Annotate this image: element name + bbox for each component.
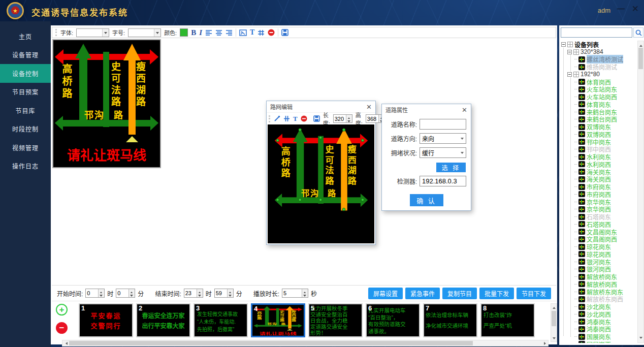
sidebar-item-operation-log[interactable]: 操作日志 (0, 157, 51, 176)
handle-dot[interactable] (276, 198, 279, 201)
tree-item[interactable]: 石塔岗西 (560, 220, 637, 228)
thumbnail-horizontal-scrollbar[interactable] (62, 340, 549, 346)
tree-item[interactable]: 国展岗东 (560, 333, 637, 340)
sidebar-item-home[interactable]: 主页 (0, 27, 51, 46)
handle-dot[interactable] (342, 128, 345, 131)
tree-item[interactable]: 双博岗西 (560, 131, 637, 138)
end-minute-input[interactable] (215, 289, 227, 297)
tree-item[interactable]: 海关岗西 (560, 176, 637, 183)
collapse-icon[interactable] (567, 72, 572, 77)
program-thumbnail-3[interactable]: 3 发生轻微交通事故 “人未伤，车能动. 先拍照，后撤离” (194, 303, 248, 337)
batch-send-button[interactable]: 批量下发 (479, 288, 514, 299)
tree-item[interactable]: 水利岗东 (560, 153, 637, 161)
congestion-select[interactable]: 缓行 (420, 147, 466, 158)
draw-line-icon[interactable] (274, 115, 280, 122)
property-dialog-titlebar[interactable]: 道路属性 ✕ (382, 104, 471, 115)
remove-program-button[interactable]: − (56, 322, 68, 334)
tree-item[interactable]: 维扬岗测试 (560, 63, 637, 71)
tree-group-192x80[interactable]: 192*80 (560, 71, 637, 78)
tree-item[interactable]: 国展岗西 (560, 340, 637, 343)
scrollbar-thumb[interactable] (638, 48, 643, 69)
end-minute-stepper[interactable] (214, 289, 234, 298)
tree-root[interactable]: 设备列表 (560, 41, 637, 48)
scrollbar-thumb[interactable] (552, 311, 556, 326)
road-network-icon[interactable] (257, 29, 265, 36)
spinner[interactable] (227, 289, 233, 297)
tree-item[interactable]: 文昌阁岗西 (560, 236, 637, 243)
save-icon[interactable] (281, 29, 288, 36)
scrollbar-thumb[interactable] (69, 341, 473, 345)
tree-item[interactable]: 琼花岗西 (560, 250, 637, 258)
length-stepper[interactable] (333, 114, 352, 123)
tree-item[interactable]: 火车站岗西 (560, 93, 637, 101)
detector-input[interactable] (420, 176, 466, 186)
tree-item[interactable]: 解放桥东岗东 (560, 288, 637, 296)
tree-item[interactable]: 石塔岗东 (560, 213, 637, 220)
font-input[interactable] (77, 29, 102, 37)
handle-dot[interactable] (319, 198, 322, 201)
tree-item[interactable]: 解放桥岗东 (560, 273, 637, 280)
sidebar-item-schedule-control[interactable]: 时段控制 (0, 120, 51, 139)
end-hour-stepper[interactable] (184, 289, 203, 298)
sidebar-item-device-mgmt[interactable]: 设备管理 (0, 46, 51, 65)
size-select[interactable] (128, 28, 161, 37)
tree-group-320x384[interactable]: 320*384 (560, 48, 637, 56)
road-direction-select[interactable]: 来向 (420, 133, 466, 144)
duration-input[interactable] (282, 289, 302, 297)
insert-text-icon[interactable]: T (293, 115, 298, 123)
program-send-button[interactable]: 节目下发 (517, 288, 551, 299)
device-search-input[interactable] (561, 27, 632, 38)
chevron-down-icon[interactable] (102, 29, 109, 37)
size-input[interactable] (128, 29, 154, 37)
handle-dot[interactable] (299, 198, 302, 201)
handle-dot[interactable] (342, 208, 345, 211)
handle-dot[interactable] (299, 128, 302, 131)
insert-text-icon[interactable]: T (250, 28, 254, 37)
road-name-input[interactable] (420, 119, 466, 130)
confirm-button[interactable]: 确 认 (410, 194, 443, 206)
collapse-icon[interactable] (561, 42, 566, 47)
chevron-down-icon[interactable] (154, 29, 160, 37)
spinner[interactable] (128, 289, 135, 297)
program-thumbnail-1[interactable]: 1 平安春运 交警同行 (79, 303, 133, 337)
handle-dot[interactable] (361, 139, 364, 142)
tree-item[interactable]: 京华岗西 (560, 206, 637, 213)
emergency-event-button[interactable]: 紧急事件 (405, 288, 440, 299)
align-right-icon[interactable] (226, 29, 233, 36)
logged-in-user[interactable]: adm (598, 7, 610, 14)
collapse-icon[interactable] (567, 50, 572, 54)
tree-item[interactable]: 鸿泰岗西 (560, 326, 637, 333)
tree-item[interactable]: 解放桥岗西 (560, 280, 637, 288)
tree-item[interactable]: 来鹤台岗西 (560, 116, 637, 123)
tree-item[interactable]: 体育岗西 (560, 78, 637, 86)
led-display-preview[interactable]: 高桥路 史可法路 瘦西湖路 邗沟 路 请礼让斑马线 (52, 39, 161, 168)
tree-item[interactable]: 沙北岗东 (560, 303, 637, 310)
delete-icon[interactable] (301, 115, 307, 122)
start-minute-stepper[interactable] (116, 289, 135, 298)
scroll-right-icon[interactable] (542, 340, 548, 346)
close-icon[interactable]: ✕ (462, 106, 467, 114)
color-swatch[interactable] (180, 28, 188, 37)
sidebar-item-device-control[interactable]: 设备控制 (0, 64, 51, 83)
screen-settings-button[interactable]: 屏幕设置 (368, 288, 403, 299)
tree-item[interactable]: 市府岗西 (560, 191, 637, 198)
start-hour-input[interactable] (86, 289, 98, 297)
program-thumbnail-2[interactable]: 2 春运安全连万家 出行平安靠大家 (136, 303, 190, 337)
handle-dot[interactable] (361, 198, 364, 201)
scroll-up-icon[interactable] (551, 304, 557, 310)
spinner[interactable] (98, 289, 104, 297)
delete-icon[interactable] (268, 29, 275, 36)
crossing-icon[interactable] (283, 115, 290, 122)
tree-item[interactable]: 银河岗西 (560, 266, 637, 273)
end-hour-input[interactable] (184, 289, 197, 297)
program-thumbnail-7[interactable]: 7 依法治理非标车辆 净化城市交通环境 (423, 303, 477, 337)
tree-item[interactable]: 来鹤台岗东 (560, 108, 637, 116)
tree-item[interactable]: 螺丝湾桥测试 (560, 56, 637, 64)
tree-item[interactable]: 邗中岗西 (560, 146, 637, 153)
spinner[interactable] (302, 289, 308, 297)
tree-item[interactable]: 水利岗西 (560, 161, 637, 168)
program-thumbnail-8[interactable]: 8 打击改装“炸 严查严处“机 (480, 303, 535, 337)
program-thumbnail-4-selected[interactable]: 4 (251, 303, 305, 337)
font-select[interactable] (76, 28, 109, 37)
select-detector-button[interactable]: 选 择 (436, 163, 466, 172)
